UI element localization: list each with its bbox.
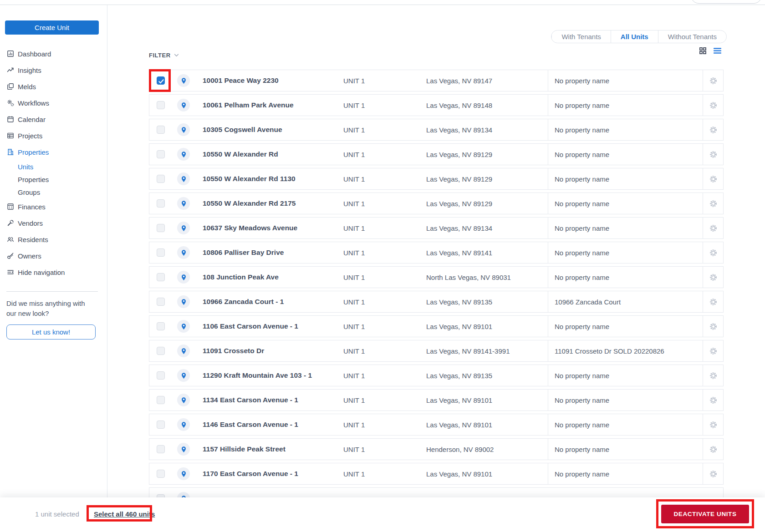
- row-settings-button[interactable]: [703, 267, 723, 288]
- row-settings-button[interactable]: [703, 193, 723, 214]
- table-row[interactable]: 10806 Palliser Bay Drive UNIT 1 Las Vega…: [149, 242, 724, 263]
- sidebar-item[interactable]: Projects: [0, 127, 107, 144]
- sidebar-item-label: Owners: [18, 252, 41, 260]
- sidebar-item[interactable]: Insights: [0, 62, 107, 78]
- select-all-link[interactable]: Select all 460 units: [94, 510, 155, 518]
- dashboard-icon: [7, 50, 14, 57]
- row-checkbox[interactable]: [157, 396, 165, 404]
- table-row[interactable]: 1134 East Carson Avenue - 1 UNIT 1 Las V…: [149, 389, 724, 411]
- table-row[interactable]: 10550 W Alexander Rd 2175 UNIT 1 Las Veg…: [149, 193, 724, 214]
- sidebar-item[interactable]: Workflows: [0, 95, 107, 111]
- sidebar-item[interactable]: Owners: [0, 248, 107, 264]
- sidebar-item[interactable]: Dashboard: [0, 46, 107, 62]
- location-pin-icon: [177, 443, 190, 456]
- row-settings-button[interactable]: [703, 95, 723, 116]
- unit-city: Las Vegas, NV 89141: [426, 249, 548, 257]
- row-checkbox[interactable]: [157, 298, 165, 306]
- row-settings-button[interactable]: [703, 291, 723, 312]
- sidebar-item[interactable]: Hide navigation: [0, 264, 107, 280]
- row-checkbox[interactable]: [157, 421, 165, 429]
- row-checkbox[interactable]: [157, 76, 165, 85]
- row-checkbox[interactable]: [157, 322, 165, 330]
- sidebar-item[interactable]: Vendors: [0, 215, 107, 231]
- sidebar-item[interactable]: Finances: [0, 198, 107, 215]
- filter-dropdown[interactable]: FILTER: [149, 52, 179, 59]
- row-settings-button[interactable]: [703, 340, 723, 361]
- sidebar-item[interactable]: Properties: [0, 173, 107, 186]
- property-name: No property name: [548, 365, 703, 386]
- table-row[interactable]: 1170 East Carson Avenue - 1 UNIT 1 Las V…: [149, 463, 724, 485]
- row-checkbox[interactable]: [157, 445, 165, 453]
- tab[interactable]: With Tenants: [551, 30, 610, 43]
- row-settings-button[interactable]: [703, 390, 723, 410]
- row-settings-button[interactable]: [703, 168, 723, 189]
- sidebar-item[interactable]: Units: [0, 160, 107, 173]
- sidebar-item[interactable]: Melds: [0, 78, 107, 95]
- table-row[interactable]: 1146 East Carson Avenue - 1 UNIT 1 Las V…: [149, 414, 724, 436]
- row-settings-button[interactable]: [703, 365, 723, 386]
- row-settings-button[interactable]: [703, 70, 723, 91]
- row-settings-button[interactable]: [703, 218, 723, 238]
- create-unit-button[interactable]: Create Unit: [5, 20, 99, 35]
- workflows-icon: [7, 99, 14, 106]
- tab[interactable]: Without Tenants: [658, 30, 726, 43]
- tab[interactable]: All Units: [611, 30, 658, 43]
- table-row[interactable]: 10966 Zancada Court - 1 UNIT 1 Las Vegas…: [149, 291, 724, 313]
- table-row[interactable]: 1106 East Carson Avenue - 1 UNIT 1 Las V…: [149, 315, 724, 337]
- row-checkbox[interactable]: [157, 224, 165, 232]
- property-name: No property name: [548, 316, 703, 337]
- row-checkbox[interactable]: [157, 175, 165, 183]
- sidebar-item[interactable]: Residents: [0, 231, 107, 248]
- location-pin-icon: [177, 295, 190, 308]
- unit-number: UNIT 1: [343, 421, 426, 429]
- row-checkbox[interactable]: [157, 101, 165, 109]
- table-row[interactable]: 10550 W Alexander Rd 1130 UNIT 1 Las Veg…: [149, 168, 724, 190]
- table-row[interactable]: 10305 Cogswell Avenue UNIT 1 Las Vegas, …: [149, 119, 724, 141]
- table-row[interactable]: 10637 Sky Meadows Avenue UNIT 1 Las Vega…: [149, 217, 724, 239]
- let-us-know-button[interactable]: Let us know!: [6, 324, 96, 339]
- row-checkbox[interactable]: [157, 126, 165, 134]
- table-row[interactable]: 10550 W Alexander Rd UNIT 1 Las Vegas, N…: [149, 143, 724, 165]
- row-checkbox[interactable]: [157, 273, 165, 281]
- sidebar-item[interactable]: Properties: [0, 144, 107, 160]
- row-checkbox[interactable]: [157, 248, 165, 257]
- table-row[interactable]: 1157 Hillside Peak Street UNIT 1 Henders…: [149, 438, 724, 460]
- search-input[interactable]: [691, 0, 762, 4]
- gear-icon: [709, 126, 718, 134]
- location-pin-icon: [177, 197, 190, 210]
- row-settings-button[interactable]: [703, 119, 723, 140]
- unit-city: Las Vegas, NV 89101: [426, 470, 548, 478]
- row-settings-button[interactable]: [703, 439, 723, 460]
- location-pin-icon: [177, 369, 190, 382]
- unit-city: Las Vegas, NV 89148: [426, 101, 548, 109]
- row-checkbox[interactable]: [157, 371, 165, 380]
- grid-view-icon[interactable]: [699, 47, 707, 55]
- table-row[interactable]: 11091 Crosseto Dr UNIT 1 Las Vegas, NV 8…: [149, 340, 724, 362]
- row-settings-button[interactable]: [703, 414, 723, 435]
- unit-number: UNIT 1: [343, 200, 426, 208]
- deactivate-units-button[interactable]: DEACTIVATE UNITS: [661, 505, 749, 523]
- gear-icon: [709, 248, 718, 257]
- row-settings-button[interactable]: [703, 316, 723, 337]
- row-checkbox[interactable]: [157, 347, 165, 355]
- location-pin-icon: [177, 320, 190, 333]
- list-view-icon[interactable]: [713, 47, 722, 55]
- table-row[interactable]: 11290 Kraft Mountain Ave 103 - 1 UNIT 1 …: [149, 365, 724, 386]
- sidebar-item[interactable]: Calendar: [0, 111, 107, 127]
- table-row[interactable]: 10061 Pelham Park Avenue UNIT 1 Las Vega…: [149, 94, 724, 116]
- row-checkbox[interactable]: [157, 199, 165, 208]
- unit-city: Las Vegas, NV 89135: [426, 298, 548, 306]
- sidebar-item[interactable]: Groups: [0, 186, 107, 198]
- row-settings-button[interactable]: [703, 463, 723, 484]
- row-settings-button[interactable]: [703, 144, 723, 165]
- property-name: No property name: [548, 119, 703, 140]
- table-row[interactable]: 10001 Peace Way 2230 UNIT 1 Las Vegas, N…: [149, 70, 724, 91]
- row-checkbox[interactable]: [157, 150, 165, 158]
- gear-icon: [709, 224, 718, 233]
- table-row[interactable]: 108 Junction Peak Ave UNIT 1 North Las V…: [149, 266, 724, 288]
- row-settings-button[interactable]: [703, 242, 723, 263]
- row-checkbox[interactable]: [157, 470, 165, 478]
- gear-icon: [709, 76, 718, 85]
- property-name: No property name: [548, 267, 703, 288]
- unit-address: 10550 W Alexander Rd 1130: [196, 175, 343, 183]
